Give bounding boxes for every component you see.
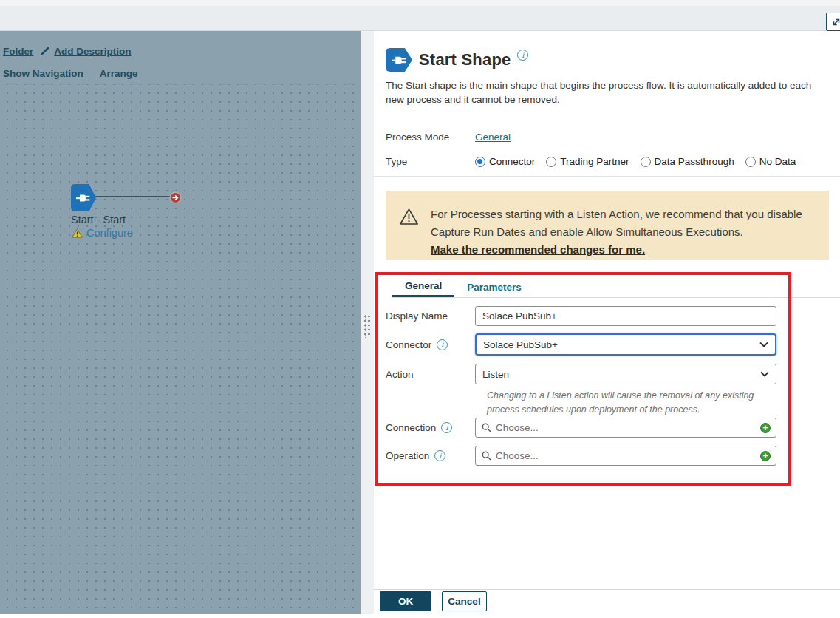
banner-action-link[interactable]: Make the recommended changes for me. [431,241,816,259]
action-change-note: Changing to a Listen action will cause t… [487,389,768,418]
app-window: Folder Add Description Show Navigation A… [0,0,840,618]
stop-endpoint[interactable] [169,191,182,204]
radio-trading-partner[interactable]: Trading Partner [546,156,629,167]
connector-plug-icon [76,192,91,204]
radio-selected-icon [475,157,485,167]
folder-link[interactable]: Folder [3,46,33,57]
operation-chooser[interactable]: Choose... + [475,446,776,466]
arrange-link[interactable]: Arrange [100,68,138,79]
search-icon [482,451,491,461]
radio-no-data[interactable]: No Data [745,156,796,167]
panel-splitter[interactable] [361,31,374,614]
shape-config-panel: Start Shape i The Start shape is the mai… [374,31,840,618]
process-canvas[interactable]: Folder Add Description Show Navigation A… [0,31,361,614]
connector-info-icon[interactable]: i [437,339,448,350]
banner-text: For Processes starting with a Listen Act… [431,208,802,238]
title-info-icon[interactable]: i [517,50,528,61]
display-name-input[interactable] [475,306,776,326]
connector-select[interactable]: Solace PubSub+ [475,333,776,356]
connection-placeholder: Choose... [496,422,539,433]
configure-link[interactable]: Configure [86,227,133,239]
chevron-down-icon [759,342,768,347]
connector-label: Connector [386,339,431,350]
expand-button[interactable] [826,13,840,31]
radio-data-passthrough[interactable]: Data Passthrough [641,156,734,167]
tab-parameters[interactable]: Parameters [454,276,534,297]
pencil-icon [39,46,50,57]
operation-placeholder: Choose... [496,450,539,461]
display-name-label: Display Name [386,310,448,322]
canvas-header: Folder Add Description Show Navigation A… [0,31,361,83]
warning-triangle-icon [72,228,83,238]
radio-connector[interactable]: Connector [475,156,535,167]
shape-label: Start - Start [71,214,126,225]
splitter-grip-icon[interactable] [363,314,371,338]
listen-recommendation-banner: For Processes starting with a Listen Act… [386,191,829,260]
alert-triangle-icon [399,208,419,260]
radio-icon [745,157,756,167]
connection-info-icon[interactable]: i [441,422,452,433]
search-icon [482,423,491,432]
footer-divider [374,589,840,590]
connection-label: Connection [386,422,436,433]
action-select[interactable]: Listen [475,364,776,384]
radio-icon [546,157,556,167]
top-toolbar [0,6,840,31]
connector-select-value: Solace PubSub+ [483,339,558,350]
action-label: Action [386,369,414,380]
config-tabs: General Parameters [392,276,840,298]
expand-icon [831,17,840,27]
show-navigation-link[interactable]: Show Navigation [3,68,83,79]
connector-line [95,196,171,197]
start-shape-icon [386,48,412,72]
add-connection-icon[interactable]: + [760,423,771,433]
operation-info-icon[interactable]: i [434,450,445,461]
add-operation-icon[interactable]: + [760,451,771,461]
operation-label: Operation [386,450,429,461]
canvas-grid[interactable] [0,84,361,614]
process-mode-label: Process Mode [386,132,475,143]
top-strip [0,0,840,6]
action-select-value: Listen [482,369,509,380]
tab-general[interactable]: General [392,276,454,297]
chevron-down-icon [760,371,769,377]
add-description-link[interactable]: Add Description [54,46,131,57]
process-mode-link[interactable]: General [475,132,511,143]
shape-description: The Start shape is the main shape that b… [386,79,829,107]
connection-chooser[interactable]: Choose... + [475,418,776,438]
ok-button[interactable]: OK [380,591,431,611]
cancel-button[interactable]: Cancel [442,591,487,611]
radio-icon [641,157,651,167]
type-label: Type [386,156,475,167]
section-divider [374,176,840,177]
panel-title: Start Shape [419,50,511,69]
type-radio-group: Connector Trading Partner Data Passthrou… [475,156,796,167]
